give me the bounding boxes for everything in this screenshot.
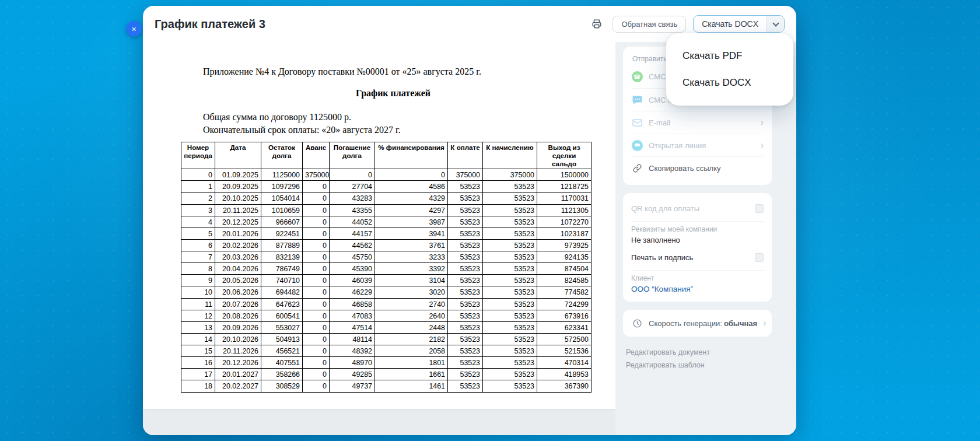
stamp-checkbox[interactable] <box>755 253 764 262</box>
table-cell: 53523 <box>448 228 483 239</box>
table-cell: 553027 <box>261 321 303 333</box>
table-cell: 5 <box>181 228 215 239</box>
table-row: 1120.07.20266476230468582740535235352372… <box>181 298 592 310</box>
table-cell: 53523 <box>483 181 537 192</box>
qr-code-option[interactable]: QR код для оплаты <box>631 199 764 218</box>
table-cell: 46858 <box>330 298 375 310</box>
table-cell: 0 <box>181 169 215 181</box>
table-cell: 20.02.2026 <box>215 239 261 251</box>
table-cell: 53523 <box>448 192 483 204</box>
edit-template-link[interactable]: Редактировать шаблон <box>626 359 772 372</box>
table-cell: 20.01.2026 <box>215 228 261 239</box>
table-cell: 53523 <box>483 357 537 369</box>
table-cell: 46039 <box>330 275 375 286</box>
table-cell: 18 <box>181 380 215 392</box>
requisites-label: Реквизиты моей компании <box>631 225 764 233</box>
table-cell: 53523 <box>483 192 537 204</box>
table-cell: 375000 <box>303 169 330 181</box>
table-row: 120.09.202510972960277044586535235352312… <box>181 181 592 192</box>
table-cell: 0 <box>303 228 330 239</box>
table-cell: 20.01.2027 <box>215 369 261 380</box>
close-button[interactable]: × <box>126 21 142 37</box>
page-title: График платежей 3 <box>155 18 588 31</box>
table-cell: 0 <box>303 321 330 333</box>
table-cell: 20.12.2026 <box>215 357 261 369</box>
send-item-openline[interactable]: Открытая линия › <box>631 134 764 156</box>
qr-code-checkbox[interactable] <box>755 204 764 213</box>
print-button[interactable] <box>588 15 606 33</box>
table-cell: 44562 <box>330 239 375 251</box>
table-row: 320.11.202510106590433554297535235352311… <box>181 204 592 216</box>
table-cell: 1121305 <box>537 204 592 216</box>
table-cell: 0 <box>303 357 330 369</box>
table-cell: 1461 <box>375 380 448 392</box>
table-cell: 832139 <box>261 251 303 263</box>
table-cell: 3761 <box>375 239 448 251</box>
table-row: 720.03.202683213904575032335352353523924… <box>181 251 592 263</box>
table-cell: 17 <box>181 369 215 380</box>
table-cell: 48970 <box>330 357 375 369</box>
client-label: Клиент <box>631 274 764 282</box>
stamp-option[interactable]: Печать и подпись <box>631 248 764 267</box>
table-cell: 53523 <box>483 204 537 216</box>
table-cell: 20.09.2025 <box>215 181 261 192</box>
table-cell: 973925 <box>537 239 592 251</box>
table-cell: 53523 <box>483 345 537 357</box>
generation-speed-item[interactable]: Скорость генерации:обычная › <box>631 316 764 331</box>
send-item-email[interactable]: E-mail › <box>631 111 764 134</box>
document-title: График платежей <box>203 87 583 99</box>
table-cell: 4329 <box>375 192 448 204</box>
download-docx-option[interactable]: Скачать DOCX <box>666 69 793 96</box>
table-row: 920.05.202674071004603931045352353523824… <box>181 275 592 286</box>
table-row: 1420.10.20265049130481142182535235352357… <box>181 333 592 345</box>
copy-link-label: Скопировать ссылку <box>649 164 764 173</box>
chevron-right-icon: › <box>763 318 766 328</box>
table-cell: 375000 <box>448 169 483 181</box>
feedback-button[interactable]: Обратная связь <box>612 16 686 33</box>
table-cell: 20.10.2026 <box>215 333 261 345</box>
table-row: 1620.12.20264075510489701801535235352347… <box>181 357 592 369</box>
table-cell: 407551 <box>261 357 303 369</box>
table-cell: 53523 <box>448 181 483 192</box>
table-cell: 20.09.2026 <box>215 321 261 333</box>
table-cell: 43283 <box>330 192 375 204</box>
download-options-toggle[interactable] <box>766 16 784 32</box>
table-cell: 470314 <box>537 357 592 369</box>
table-cell: 824585 <box>537 275 592 286</box>
download-dropdown: Скачать PDF Скачать DOCX <box>666 33 793 106</box>
edit-document-link[interactable]: Редактировать документ <box>626 346 772 359</box>
download-pdf-option[interactable]: Скачать PDF <box>666 43 793 69</box>
table-cell: 53523 <box>448 204 483 216</box>
table-cell: 0 <box>303 216 330 228</box>
divider <box>631 221 764 222</box>
table-cell: 53523 <box>448 321 483 333</box>
table-cell: 0 <box>303 298 330 310</box>
table-cell: 53523 <box>448 286 483 298</box>
table-cell: 20.11.2026 <box>215 345 261 357</box>
table-cell: 10 <box>181 286 215 298</box>
table-cell: 2182 <box>375 333 448 345</box>
table-cell: 53523 <box>483 275 537 286</box>
table-cell: 4 <box>181 216 215 228</box>
table-header-cell: Аванс <box>303 142 330 169</box>
table-cell: 2 <box>181 192 215 204</box>
table-cell: 47514 <box>330 321 375 333</box>
table-cell: 572500 <box>537 333 592 345</box>
table-cell: 4586 <box>375 181 448 192</box>
table-cell: 53523 <box>483 380 537 392</box>
table-cell: 53523 <box>483 298 537 310</box>
table-cell: 0 <box>303 333 330 345</box>
table-cell: 877889 <box>261 239 303 251</box>
table-cell: 786749 <box>261 263 303 275</box>
download-docx-button[interactable]: Скачать DOCX <box>693 15 785 33</box>
header-controls: Обратная связь Скачать DOCX <box>588 15 785 33</box>
generation-speed-text: Скорость генерации:обычная <box>649 319 757 328</box>
table-cell: 774582 <box>537 286 592 298</box>
client-link[interactable]: ООО “Компания” <box>631 285 764 293</box>
table-cell: 3392 <box>375 263 448 275</box>
table-header-cell: % финансирования <box>375 142 448 169</box>
table-cell: 53523 <box>448 275 483 286</box>
table-cell: 20.07.2026 <box>215 298 261 310</box>
table-cell: 13 <box>181 321 215 333</box>
copy-link-item[interactable]: Скопировать ссылку <box>631 156 764 179</box>
